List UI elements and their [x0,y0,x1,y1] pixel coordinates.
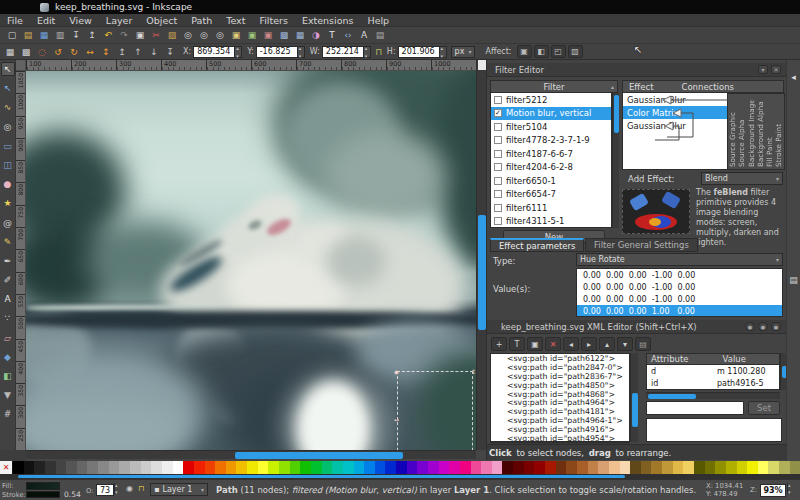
stroke-width[interactable]: 0.54 [64,490,81,499]
palette-swatch[interactable] [790,461,800,474]
vertical-ruler[interactable]: 1050100095090085080075070065060055050045… [16,71,26,450]
xml-node[interactable]: <svg:path id="path4850"> [491,381,629,390]
affect-transform-stroke-icon[interactable]: ◧ [534,45,549,58]
xml-node[interactable]: <svg:path id="path4964"> [491,398,629,407]
delete-node-icon[interactable]: ✕ [545,337,561,351]
filter-list-item[interactable]: filter6650-1 [491,174,611,188]
palette-swatch[interactable] [492,461,503,474]
copy-icon[interactable]: ▣ [133,29,147,42]
new-text-node-icon[interactable]: T [509,337,525,351]
paint-bucket-tool-icon[interactable]: ◆ [1,350,15,364]
zoom-drawing-icon[interactable]: ◎ [197,29,211,42]
w-spinner[interactable] [364,46,371,58]
palette-swatch[interactable] [215,461,226,474]
group-icon[interactable]: ▩ [277,29,291,42]
xml-tree[interactable]: <svg:path id="path6122"><svg:path id="pa… [490,353,630,442]
horizontal-ruler[interactable]: 1002003004005006007008009001000 [26,60,476,71]
deselect-icon[interactable]: ◌ [35,45,49,58]
lower-icon[interactable]: ↓ [147,45,161,58]
palette-swatch[interactable] [481,461,492,474]
palette-swatch[interactable] [747,461,758,474]
pencil-tool-icon[interactable]: ✎ [1,235,15,249]
export-icon[interactable]: ↥ [85,29,99,42]
dock-collapse-icon[interactable]: ◂ [787,70,800,83]
palette-swatch[interactable] [322,461,333,474]
unindent-node-icon[interactable]: ◂ [563,337,579,351]
menu-item[interactable]: Edit [30,15,62,26]
stroke-swatch[interactable] [26,491,60,498]
lower-to-bottom-icon[interactable]: ↧ [163,45,177,58]
filter-checkbox[interactable] [494,217,502,225]
attribute-table-hscrollbar[interactable] [646,392,780,399]
zoom-input[interactable]: 93% [760,484,786,497]
paste-icon[interactable]: ▨ [165,29,179,42]
filter-list-item[interactable]: filter5104 [491,120,611,134]
selection-handle[interactable]: ◆ [394,368,399,375]
select-all-icon[interactable]: ▦ [3,45,17,58]
ungroup-icon[interactable]: ▦ [293,29,307,42]
attribute-name-input[interactable] [646,401,744,415]
type-dropdown[interactable]: Hue Rotate▾ [576,253,783,266]
filter-checkbox[interactable] [494,96,502,104]
affect-corners-icon[interactable]: ◰ [551,45,566,58]
palette-swatch[interactable] [45,461,56,474]
matrix-row[interactable]: 0.00 0.00 0.00 -1.00 0.00 [577,293,782,305]
palette-swatch[interactable] [641,461,652,474]
palette-swatch[interactable] [354,461,365,474]
fill-swatch[interactable] [26,482,60,490]
align-dialog-icon[interactable]: A [357,29,371,42]
palette-swatch[interactable] [715,461,726,474]
palette-swatch[interactable] [396,461,407,474]
palette-swatch[interactable] [332,461,343,474]
palette-swatch[interactable] [662,461,673,474]
text-tool-icon[interactable]: A [1,292,15,306]
palette-swatch[interactable] [460,461,471,474]
select-all-layers-icon[interactable]: ▩ [19,45,33,58]
open-document-icon[interactable]: ▤ [21,29,35,42]
palette-swatch[interactable] [407,461,418,474]
affect-move-icon[interactable]: ▣ [517,45,532,58]
palette-swatch[interactable] [758,461,769,474]
menu-item[interactable]: Help [360,15,396,26]
palette-swatch[interactable] [588,461,599,474]
palette-swatch[interactable] [683,461,694,474]
zoom-selection-icon[interactable]: ◎ [181,29,195,42]
palette-swatch[interactable] [268,461,279,474]
xml-node[interactable]: <svg:path id="path4181"> [491,407,629,416]
palette-swatch[interactable] [194,461,205,474]
palette-swatch[interactable] [183,461,194,474]
palette-swatch[interactable] [534,461,545,474]
palette-swatch[interactable] [598,461,609,474]
h-input[interactable]: 201.906 [398,46,440,58]
rotate-cw-icon[interactable]: ↻ [67,45,81,58]
palette-swatch[interactable] [56,461,67,474]
attribute-row[interactable]: d m 1100.280 [647,365,779,377]
tweak-tool-icon[interactable]: ∿ [1,100,15,114]
palette-swatch[interactable] [343,461,354,474]
palette-swatch[interactable] [577,461,588,474]
layer-selector[interactable]: ▪Layer 1 ▾ [150,483,208,496]
opacity-input[interactable]: 73 [96,484,114,496]
selection-handle[interactable]: ↔ [394,416,399,423]
menu-item[interactable]: Filters [252,15,294,26]
duplicate-icon[interactable]: ▣ [229,29,243,42]
dock-menu-icon[interactable]: ▾ [758,65,768,74]
import-icon[interactable]: ↧ [69,29,83,42]
menu-item[interactable]: Object [139,15,184,26]
filter-checkbox[interactable] [494,109,502,117]
filter-list-item[interactable]: filter6111 [491,201,611,215]
palette-swatch[interactable] [768,461,779,474]
cut-icon[interactable]: ✂ [149,29,163,42]
matrix-row[interactable]: 0.00 0.00 0.00 1.00 0.00 [577,305,782,317]
canvas-vertical-scrollbar[interactable] [476,60,486,450]
attribute-table[interactable]: d m 1100.280 id path4916-5 [646,365,780,390]
eraser-tool-icon[interactable]: ▱ [1,331,15,345]
xml-editor-titlebar[interactable]: keep_breathing.svg XML Editor (Shift+Ctr… [487,320,787,334]
raise-to-top-icon[interactable]: ↥ [115,45,129,58]
xml-node[interactable]: <svg:path id="path2836-7"> [491,372,629,381]
palette-swatch[interactable] [630,461,641,474]
palette-swatch[interactable] [300,461,311,474]
box3d-tool-icon[interactable]: ◫ [1,158,15,172]
swatches-dialog-icon[interactable]: ▤ [787,273,800,286]
xml-node[interactable]: <svg:path id="path6122"> [491,354,629,363]
